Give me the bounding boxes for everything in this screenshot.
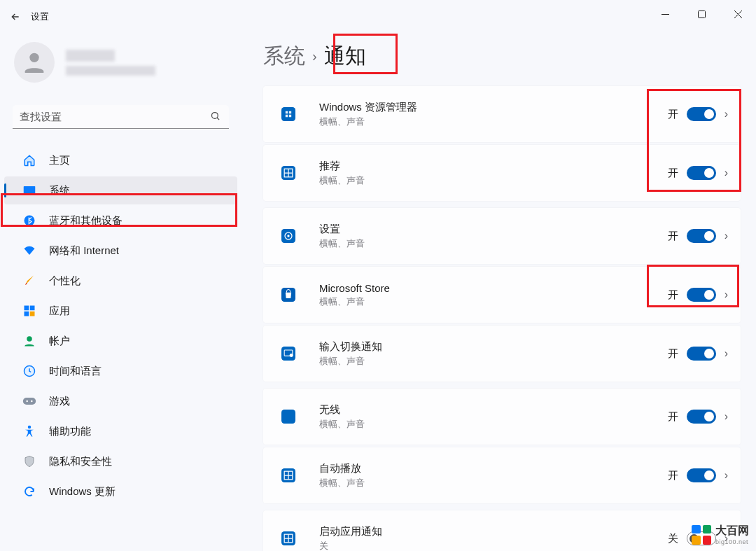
- user-name: [66, 50, 155, 76]
- breadcrumb-parent[interactable]: 系统: [263, 42, 305, 71]
- app-name: Microsoft Store: [319, 282, 668, 294]
- chevron-right-icon[interactable]: ›: [724, 347, 728, 360]
- svg-point-9: [27, 336, 32, 342]
- toggle-state-label: 开: [668, 410, 678, 424]
- search-icon: [210, 111, 220, 123]
- app-notification-row[interactable]: 启动应用通知关关›: [263, 510, 741, 551]
- sidebar-item-label: 网络和 Internet: [49, 244, 119, 258]
- app-name: 设置: [319, 223, 668, 236]
- app-notification-row[interactable]: 输入切换通知横幅、声音开›: [263, 326, 741, 382]
- app-notification-row[interactable]: 无线横幅、声音开›: [263, 389, 741, 445]
- sidebar-item-label: Windows 更新: [49, 485, 115, 498]
- sidebar-item-apps[interactable]: 应用: [4, 297, 237, 325]
- sidebar-item-label: 游戏: [49, 395, 70, 408]
- gamepad-icon: [22, 394, 36, 408]
- sidebar-item-windows-update[interactable]: Windows 更新: [4, 477, 237, 505]
- sidebar-item-home[interactable]: 主页: [4, 146, 237, 174]
- toggle-switch[interactable]: [687, 166, 716, 180]
- sidebar-item-label: 应用: [49, 305, 70, 318]
- sidebar-item-label: 系统: [49, 184, 70, 197]
- sidebar-item-time-language[interactable]: 时间和语言: [4, 357, 237, 385]
- chevron-right-icon: ›: [312, 48, 317, 64]
- back-button[interactable]: [0, 11, 31, 22]
- toggle-state-label: 关: [668, 532, 678, 545]
- app-notification-row[interactable]: Windows 资源管理器横幅、声音开›: [263, 86, 741, 142]
- app-icon: [276, 282, 301, 307]
- toggle-state-label: 开: [668, 469, 678, 482]
- app-desc: 关: [319, 540, 668, 552]
- sidebar-item-gaming[interactable]: 游戏: [4, 387, 237, 415]
- sidebar-item-accessibility[interactable]: 辅助功能: [4, 417, 237, 445]
- toggle-state-label: 开: [668, 230, 678, 243]
- chevron-right-icon[interactable]: ›: [724, 410, 728, 423]
- app-desc: 横幅、声音: [319, 477, 668, 489]
- svg-point-24: [290, 354, 293, 357]
- minimize-button[interactable]: [647, 0, 683, 28]
- svg-point-2: [212, 113, 218, 119]
- app-icon: [276, 160, 301, 186]
- chevron-right-icon[interactable]: ›: [724, 288, 728, 301]
- svg-rect-6: [30, 306, 35, 311]
- sidebar-item-bluetooth[interactable]: 蓝牙和其他设备: [4, 207, 237, 235]
- close-button[interactable]: [720, 0, 756, 28]
- svg-rect-3: [24, 186, 36, 195]
- chevron-right-icon[interactable]: ›: [724, 469, 728, 482]
- app-icon: [276, 526, 301, 551]
- app-name: 推荐: [319, 160, 668, 173]
- update-icon: [22, 484, 36, 498]
- sidebar-item-personalization[interactable]: 个性化: [4, 267, 237, 295]
- svg-rect-0: [698, 11, 705, 18]
- breadcrumb-current: 通知: [324, 42, 366, 71]
- sidebar-item-accounts[interactable]: 帐户: [4, 327, 237, 355]
- window-title: 设置: [31, 11, 49, 23]
- sidebar-item-label: 主页: [49, 154, 70, 167]
- app-desc: 横幅、声音: [319, 174, 668, 187]
- app-notification-row[interactable]: 设置横幅、声音开›: [263, 208, 741, 264]
- app-notification-row[interactable]: Microsoft Store横幅、声音开›: [263, 267, 741, 323]
- toggle-switch[interactable]: [687, 107, 716, 121]
- sidebar-item-label: 隐私和安全性: [49, 455, 112, 468]
- toggle-switch[interactable]: [687, 347, 716, 361]
- maximize-button[interactable]: [683, 0, 720, 28]
- app-desc: 横幅、声音: [319, 418, 668, 431]
- chevron-right-icon[interactable]: ›: [724, 108, 728, 120]
- app-name: 无线: [319, 403, 668, 417]
- app-icon: [276, 341, 301, 366]
- sidebar-item-label: 蓝牙和其他设备: [49, 214, 122, 228]
- toggle-switch[interactable]: [687, 288, 716, 302]
- sidebar-item-privacy[interactable]: 隐私和安全性: [4, 447, 237, 475]
- home-icon: [22, 153, 36, 167]
- sidebar-item-label: 帐户: [49, 335, 70, 348]
- avatar: [14, 42, 55, 83]
- toggle-switch[interactable]: [687, 229, 716, 243]
- accessibility-icon: [22, 424, 36, 438]
- system-icon: [22, 183, 36, 197]
- sidebar-item-system[interactable]: 系统: [4, 176, 237, 204]
- sidebar-item-network[interactable]: 网络和 Internet: [4, 237, 237, 265]
- app-notification-row[interactable]: 推荐横幅、声音开›: [263, 145, 741, 201]
- app-desc: 横幅、声音: [319, 237, 668, 250]
- svg-point-13: [31, 400, 33, 403]
- svg-point-12: [26, 400, 28, 403]
- search-input[interactable]: [13, 105, 229, 129]
- sidebar-item-label: 个性化: [49, 274, 80, 288]
- chevron-right-icon[interactable]: ›: [724, 230, 728, 242]
- person-icon: [22, 334, 36, 348]
- breadcrumb: 系统 › 通知: [259, 34, 745, 78]
- svg-point-14: [28, 426, 31, 429]
- svg-point-1: [29, 53, 38, 62]
- svg-point-20: [287, 235, 289, 237]
- toggle-switch[interactable]: [687, 468, 716, 482]
- toggle-state-label: 开: [668, 108, 678, 121]
- svg-rect-15: [281, 107, 295, 121]
- app-desc: 横幅、声音: [319, 355, 668, 368]
- app-name: 输入切换通知: [319, 340, 668, 354]
- apps-icon: [22, 304, 36, 318]
- wifi-icon: [22, 244, 36, 258]
- app-notification-row[interactable]: 自动播放横幅、声音开›: [263, 447, 741, 503]
- user-profile[interactable]: [0, 39, 241, 91]
- toggle-switch[interactable]: [687, 410, 716, 424]
- chevron-right-icon[interactable]: ›: [724, 167, 728, 179]
- app-desc: 横幅、声音: [319, 116, 668, 128]
- app-name: 自动播放: [319, 462, 668, 475]
